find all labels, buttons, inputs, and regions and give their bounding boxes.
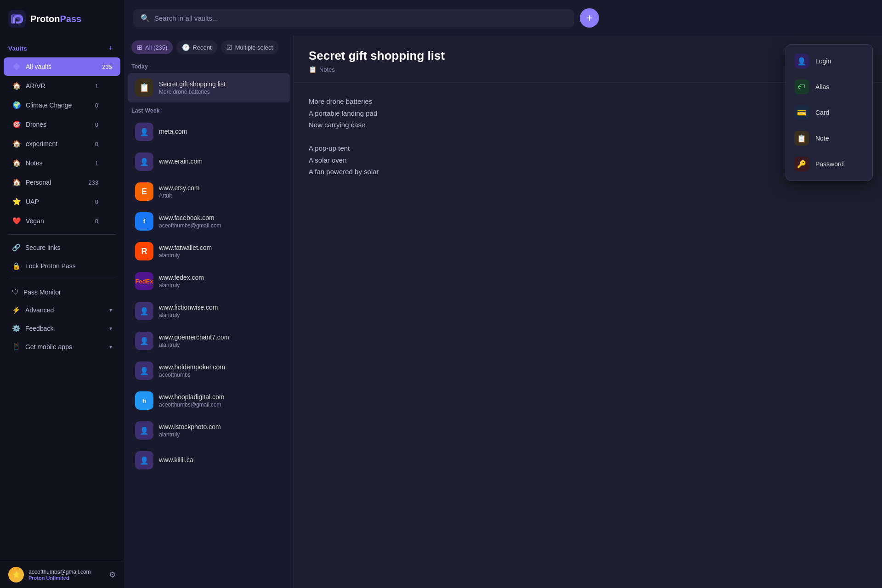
list-item[interactable]: 👤 www.fictionwise.com alantruly (128, 296, 290, 326)
personal-icon: 🏠 (12, 178, 21, 187)
list-item[interactable]: 📋 Secret gift shopping list More drone b… (128, 73, 290, 102)
list-item[interactable]: 👤 www.istockphoto.com alantruly (128, 416, 290, 445)
dropdown-item-password[interactable]: 🔑 Password (786, 151, 872, 177)
all-items-button[interactable]: ⊞ All (235) (131, 40, 173, 54)
list-item-info: www.istockphoto.com alantruly (159, 423, 283, 438)
list-item-subtitle: alantruly (159, 312, 283, 318)
login-avatar: 👤 (135, 332, 153, 350)
experiment-icon: 🏠 (12, 139, 21, 148)
sidebar-item-lock[interactable]: 🔒 Lock Proton Pass (4, 257, 120, 275)
checkboxes-icon: ☑ (226, 44, 232, 51)
drones-icon: 🎯 (12, 120, 21, 129)
vaults-section: Vaults + (0, 40, 124, 57)
list-item[interactable]: E www.etsy.com Artuit (128, 177, 290, 206)
grid-icon: ⊞ (137, 44, 142, 51)
multiple-select-label: Multiple select (235, 44, 273, 51)
drones-count: 0 (89, 121, 98, 128)
sidebar-item-uap[interactable]: ⭐ UAP 0 ⋯ (4, 192, 120, 211)
sidebar-item-label: Notes (26, 159, 85, 167)
sidebar-item-label: UAP (26, 198, 85, 205)
sidebar-item-label: experiment (26, 140, 85, 147)
vaults-label: Vaults (8, 45, 27, 52)
app-logo[interactable]: ProtonPass (0, 0, 124, 38)
sidebar-item-feedback[interactable]: ⚙️ Feedback ▾ (4, 320, 120, 337)
list-item-title: www.kiiiii.ca (159, 456, 283, 464)
vegan-count: 0 (89, 218, 98, 225)
sidebar-item-label: Climate Change (26, 102, 85, 109)
sidebar-item-pass-monitor[interactable]: 🛡 Pass Monitor (4, 283, 120, 300)
list-item-info: meta.com (159, 128, 283, 136)
sidebar-item-label: Vegan (26, 217, 85, 225)
list-item[interactable]: FedEx www.fedex.com alantruly (128, 266, 290, 296)
list-item[interactable]: 👤 meta.com (128, 117, 290, 147)
dropdown-item-login[interactable]: 👤 Login (786, 48, 872, 74)
sidebar-item-ar-vr[interactable]: 🏠 AR/VR 1 ⋯ (4, 77, 120, 95)
list-item-subtitle: Artuit (159, 192, 283, 199)
sidebar-item-all-vaults[interactable]: All vaults 235 (4, 57, 120, 76)
add-vault-button[interactable]: + (106, 43, 116, 53)
sidebar-item-notes[interactable]: 🏠 Notes 1 ⋯ (4, 154, 120, 172)
list-item-title: Secret gift shopping list (159, 80, 283, 88)
fatwallet-avatar: R (135, 242, 153, 260)
list-item[interactable]: 👤 www.erain.com (128, 147, 290, 176)
multiple-select-button[interactable]: ☑ Multiple select (221, 40, 278, 54)
user-info: aceofthumbs@gmail.com Proton Unlimited (28, 569, 104, 581)
personal-count: 233 (88, 179, 98, 186)
sidebar-item-vegan[interactable]: ❤️ Vegan 0 ⋯ (4, 212, 120, 230)
dropdown-item-alias[interactable]: 🏷 Alias (786, 74, 872, 100)
link-icon: 🔗 (12, 243, 21, 252)
climate-change-icon: 🌍 (12, 101, 21, 110)
list-item[interactable]: 👤 www.holdempoker.com aceofthumbs (128, 356, 290, 385)
sidebar-item-personal[interactable]: 🏠 Personal 233 ⋯ (4, 173, 120, 192)
avatar: ⭐ (8, 567, 24, 582)
sidebar-item-secure-links[interactable]: 🔗 Secure links (4, 239, 120, 256)
search-bar[interactable]: 🔍 (133, 9, 574, 27)
list-item-subtitle: alantruly (159, 282, 283, 288)
login-avatar: 👤 (135, 123, 153, 141)
list-item-info: www.etsy.com Artuit (159, 184, 283, 199)
gear-icon[interactable]: ⚙ (109, 570, 116, 580)
list-item-title: meta.com (159, 128, 283, 135)
note-content: More drone batteries A portable landing … (309, 96, 867, 178)
experiment-count: 0 (89, 141, 98, 147)
list-item-title: www.fedex.com (159, 274, 283, 281)
main-content: 🔍 + ⊞ All (235) 🕐 Recent ☑ Multiple sele… (124, 0, 882, 588)
sidebar-item-advanced[interactable]: ⚡ Advanced ▾ (4, 301, 120, 319)
clock-icon: 🕐 (182, 44, 190, 51)
list-item-title: www.hoopladigital.com (159, 393, 283, 401)
user-email: aceofthumbs@gmail.com (28, 569, 104, 575)
list-item[interactable]: 👤 www.kiiiii.ca (128, 446, 290, 475)
chevron-down-icon-2: ▾ (109, 325, 112, 332)
sidebar-item-get-mobile[interactable]: 📱 Get mobile apps ▾ (4, 338, 120, 356)
sidebar-item-experiment[interactable]: 🏠 experiment 0 ⋯ (4, 135, 120, 153)
sidebar-item-climate-change[interactable]: 🌍 Climate Change 0 ⋯ (4, 96, 120, 114)
list-item[interactable]: R www.fatwallet.com alantruly (128, 237, 290, 266)
recent-button[interactable]: 🕐 Recent (176, 40, 217, 54)
list-item-info: Secret gift shopping list More drone bat… (159, 80, 283, 95)
list-item[interactable]: f www.facebook.com aceofthumbs@gmail.com (128, 207, 290, 236)
dropdown-item-note[interactable]: 📋 Note (786, 125, 872, 151)
login-avatar: 👤 (135, 421, 153, 440)
get-mobile-label: Get mobile apps (25, 343, 105, 351)
list-item[interactable]: h www.hoopladigital.com aceofthumbs@gmai… (128, 386, 290, 415)
search-input[interactable] (154, 14, 567, 22)
login-avatar: 👤 (135, 302, 153, 320)
sidebar-item-drones[interactable]: 🎯 Drones 0 ⋯ (4, 115, 120, 134)
list-item[interactable]: 👤 www.goemerchant7.com alantruly (128, 326, 290, 356)
vegan-icon: ❤️ (12, 216, 21, 226)
login-avatar: 👤 (135, 451, 153, 469)
list-item-info: www.kiiiii.ca (159, 456, 283, 464)
user-plan: Proton Unlimited (28, 575, 104, 581)
notes-icon: 🏠 (12, 158, 21, 168)
card-icon: 💳 (794, 105, 809, 120)
add-item-button[interactable]: + (580, 8, 599, 28)
list-item-title: www.fatwallet.com (159, 244, 283, 251)
diamond-icon (13, 63, 21, 71)
password-label: Password (815, 160, 843, 168)
secure-links-label: Secure links (25, 244, 112, 251)
detail-type-label: Notes (319, 66, 335, 73)
mobile-icon: 📱 (12, 343, 21, 351)
list-item-subtitle: aceofthumbs@gmail.com (159, 401, 283, 408)
sidebar-item-label: Drones (26, 121, 85, 128)
dropdown-item-card[interactable]: 💳 Card (786, 100, 872, 125)
